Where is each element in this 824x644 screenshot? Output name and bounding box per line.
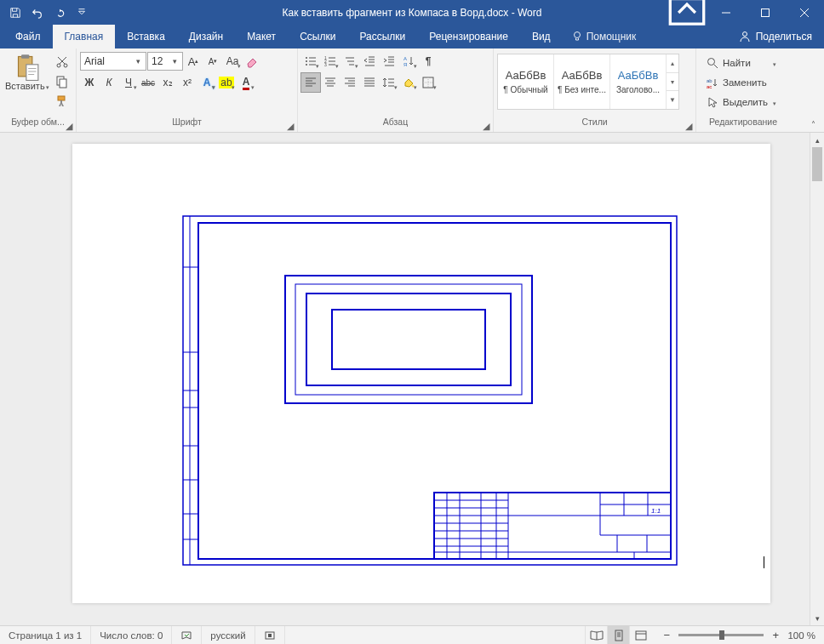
align-left-button[interactable] <box>301 73 320 92</box>
tab-references[interactable]: Ссылки <box>288 25 347 48</box>
vertical-scrollbar[interactable]: ▴ ▾ <box>810 133 824 625</box>
status-language[interactable]: русский <box>202 626 255 644</box>
cut-button[interactable] <box>53 53 72 71</box>
align-right-button[interactable] <box>340 73 359 92</box>
font-name-combo[interactable]: Arial▾ <box>80 52 146 71</box>
zoom-slider[interactable] <box>678 634 764 636</box>
font-size-combo[interactable]: 12▾ <box>147 52 183 71</box>
ribbon: Вставить Буфер обм...◢ Arial▾ 12▾ A▴ A▾ … <box>0 48 824 133</box>
style-no-spacing[interactable]: АаБбВв¶ Без инте... <box>554 54 610 109</box>
clipboard-launcher[interactable]: ◢ <box>64 121 74 131</box>
align-center-button[interactable] <box>321 73 340 92</box>
find-button[interactable]: Найти <box>703 54 780 72</box>
numbering-icon: 123 <box>324 55 336 67</box>
shading-button[interactable] <box>399 73 418 92</box>
status-word-count[interactable]: Число слов: 0 <box>91 626 172 644</box>
tab-view[interactable]: Вид <box>520 25 563 48</box>
view-read-mode[interactable] <box>585 626 607 644</box>
group-editing: Найти abac Заменить Выделить Редактирова… <box>696 48 790 132</box>
paste-button[interactable]: Вставить <box>3 52 51 94</box>
zoom-level[interactable]: 100 % <box>787 630 815 641</box>
line-spacing-button[interactable] <box>380 73 398 92</box>
replace-button[interactable]: abac Заменить <box>703 73 780 92</box>
font-launcher[interactable]: ◢ <box>285 121 295 131</box>
styles-scroll-up[interactable]: ▴ <box>667 54 678 73</box>
minimize-button[interactable] <box>707 0 746 25</box>
highlight-button[interactable]: ab <box>217 73 236 92</box>
tab-review[interactable]: Рецензирование <box>417 25 520 48</box>
status-macro[interactable] <box>255 626 285 644</box>
style-normal[interactable]: АаБбВв¶ Обычный <box>498 54 554 109</box>
tab-mailings[interactable]: Рассылки <box>347 25 417 48</box>
borders-button[interactable] <box>419 73 438 92</box>
zoom-in-button[interactable]: + <box>769 629 782 641</box>
svg-rect-37 <box>285 276 532 403</box>
bullets-button[interactable] <box>301 52 320 71</box>
strikethrough-button[interactable]: abc <box>139 73 157 92</box>
view-web-layout[interactable] <box>629 626 651 644</box>
change-case-button[interactable]: Aa <box>223 52 242 71</box>
paste-label: Вставить <box>5 81 45 91</box>
share-button[interactable]: Поделиться <box>727 25 824 48</box>
copy-button[interactable] <box>53 72 72 91</box>
close-button[interactable] <box>785 0 824 25</box>
tab-home[interactable]: Главная <box>53 25 116 48</box>
grow-font-button[interactable]: A▴ <box>184 52 203 71</box>
styles-scroll-down[interactable]: ▾ <box>667 73 678 92</box>
justify-button[interactable] <box>360 73 379 92</box>
ribbon-display-options-button[interactable] <box>667 0 707 25</box>
copy-icon <box>55 75 69 88</box>
multilevel-list-button[interactable] <box>340 52 359 71</box>
svg-rect-40 <box>332 310 485 369</box>
replace-icon: abac <box>707 77 718 88</box>
document-page[interactable]: 1:1 <box>72 144 770 603</box>
tell-me-search[interactable]: Помощник <box>563 25 645 48</box>
format-painter-button[interactable] <box>53 92 72 111</box>
styles-launcher[interactable]: ◢ <box>684 121 694 131</box>
scroll-up-button[interactable]: ▴ <box>810 133 824 147</box>
show-marks-button[interactable]: ¶ <box>419 52 438 71</box>
underline-button[interactable]: Ч <box>119 73 138 92</box>
zoom-control: − + 100 % <box>651 629 824 641</box>
view-print-layout[interactable] <box>607 626 629 644</box>
svg-point-22 <box>708 59 715 66</box>
web-icon <box>635 630 647 641</box>
undo-button[interactable] <box>27 3 48 23</box>
svg-text:A: A <box>403 56 407 61</box>
style-heading1[interactable]: АаБбВвЗаголово... <box>610 54 667 109</box>
svg-text:ab: ab <box>707 78 712 83</box>
redo-button[interactable] <box>49 3 70 23</box>
qat-customize-button[interactable] <box>72 3 92 23</box>
maximize-button[interactable] <box>746 0 785 25</box>
tab-insert[interactable]: Вставка <box>115 25 177 48</box>
font-name-value: Arial <box>84 55 132 67</box>
sort-button[interactable]: AЯ <box>399 52 418 71</box>
subscript-button[interactable]: x₂ <box>158 73 177 92</box>
clear-formatting-button[interactable] <box>243 52 261 71</box>
zoom-out-button[interactable]: − <box>660 629 673 641</box>
scroll-thumb[interactable] <box>812 147 822 181</box>
tab-file[interactable]: Файл <box>3 25 53 48</box>
save-button[interactable] <box>5 3 26 23</box>
increase-indent-button[interactable] <box>380 52 398 71</box>
font-color-button[interactable]: A <box>237 73 255 92</box>
decrease-indent-button[interactable] <box>360 52 379 71</box>
select-button[interactable]: Выделить <box>703 93 780 111</box>
numbering-button[interactable]: 123 <box>321 52 340 71</box>
tab-layout[interactable]: Макет <box>235 25 288 48</box>
scroll-down-button[interactable]: ▾ <box>810 611 824 625</box>
superscript-button[interactable]: x² <box>178 73 197 92</box>
styles-expand[interactable]: ▼ <box>667 91 678 109</box>
macro-icon <box>264 630 276 641</box>
italic-button[interactable]: К <box>100 73 118 92</box>
text-effects-button[interactable]: A <box>197 73 216 92</box>
status-spellcheck[interactable] <box>172 626 202 644</box>
bold-button[interactable]: Ж <box>80 73 99 92</box>
tab-design[interactable]: Дизайн <box>177 25 235 48</box>
paragraph-launcher[interactable]: ◢ <box>481 121 491 131</box>
shrink-font-button[interactable]: A▾ <box>203 52 222 71</box>
collapse-ribbon-button[interactable]: ˄ <box>805 118 821 130</box>
status-page[interactable]: Страница 1 из 1 <box>0 626 91 644</box>
zoom-slider-thumb[interactable] <box>719 630 724 640</box>
clipboard-icon <box>15 55 39 79</box>
